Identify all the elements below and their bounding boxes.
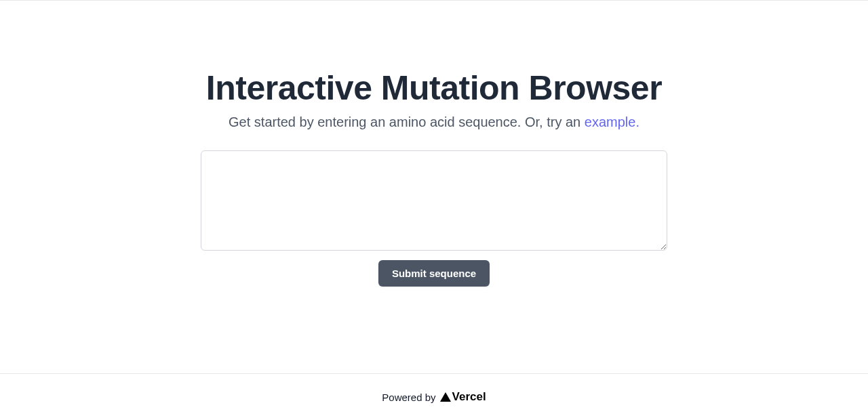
page-title: Interactive Mutation Browser [206, 68, 662, 108]
vercel-link[interactable]: Vercel [440, 390, 486, 404]
powered-by-label: Powered by [382, 392, 435, 403]
sequence-input[interactable] [201, 150, 667, 251]
example-link[interactable]: example. [585, 114, 639, 129]
main-content: Interactive Mutation Browser Get started… [0, 1, 868, 373]
footer: Powered by Vercel [0, 373, 868, 420]
submit-button[interactable]: Submit sequence [378, 260, 490, 287]
page-subtitle: Get started by entering an amino acid se… [229, 114, 639, 130]
vercel-wordmark: Vercel [452, 390, 486, 404]
subtitle-text: Get started by entering an amino acid se… [229, 114, 585, 129]
vercel-triangle-icon [440, 392, 451, 402]
